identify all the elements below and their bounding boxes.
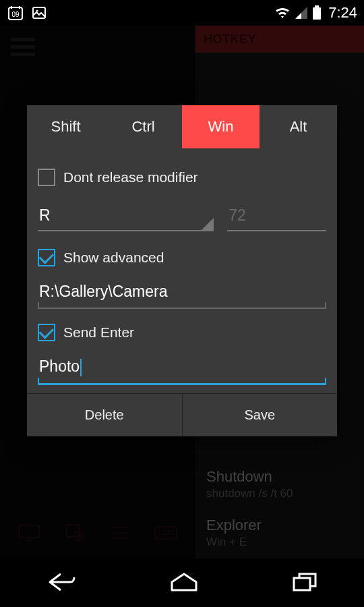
keycode-field[interactable]: 72	[227, 202, 326, 231]
send-enter-checkbox[interactable]	[38, 324, 55, 341]
modifier-tabs: Shift Ctrl Win Alt	[27, 105, 337, 148]
status-bar: 09 7:24	[0, 0, 364, 26]
path-input[interactable]: R:\Gallery\Camera	[38, 279, 326, 309]
android-nav-bar	[0, 558, 364, 607]
recent-apps-button[interactable]	[291, 571, 318, 595]
dont-release-label: Dont release modifier	[63, 169, 198, 185]
back-button[interactable]	[46, 570, 77, 596]
clock: 7:24	[328, 4, 357, 22]
picture-icon	[31, 5, 47, 21]
svg-text:09: 09	[11, 11, 20, 18]
text-caret	[80, 359, 82, 376]
tab-alt[interactable]: Alt	[260, 105, 337, 148]
calendar-icon: 09	[7, 4, 24, 22]
show-advanced-label: Show advanced	[63, 250, 164, 266]
wifi-icon	[274, 6, 291, 20]
key-dropdown[interactable]: R	[38, 202, 214, 231]
signal-icon	[295, 6, 308, 20]
delete-button[interactable]: Delete	[27, 394, 182, 436]
svg-rect-5	[315, 5, 319, 7]
dont-release-checkbox[interactable]	[38, 169, 55, 186]
svg-rect-10	[294, 578, 310, 590]
battery-icon	[312, 5, 322, 20]
tab-shift[interactable]: Shift	[27, 105, 104, 148]
svg-point-3	[36, 10, 38, 12]
show-advanced-checkbox[interactable]	[38, 249, 55, 266]
hotkey-dialog: Shift Ctrl Win Alt Dont release modifier…	[27, 105, 337, 436]
send-enter-label: Send Enter	[63, 324, 134, 341]
name-input[interactable]: Photo	[38, 353, 326, 385]
save-button[interactable]: Save	[182, 394, 338, 436]
tab-win[interactable]: Win	[182, 105, 260, 148]
home-button[interactable]	[169, 571, 199, 595]
tab-ctrl[interactable]: Ctrl	[104, 105, 182, 148]
svg-rect-4	[313, 7, 321, 20]
